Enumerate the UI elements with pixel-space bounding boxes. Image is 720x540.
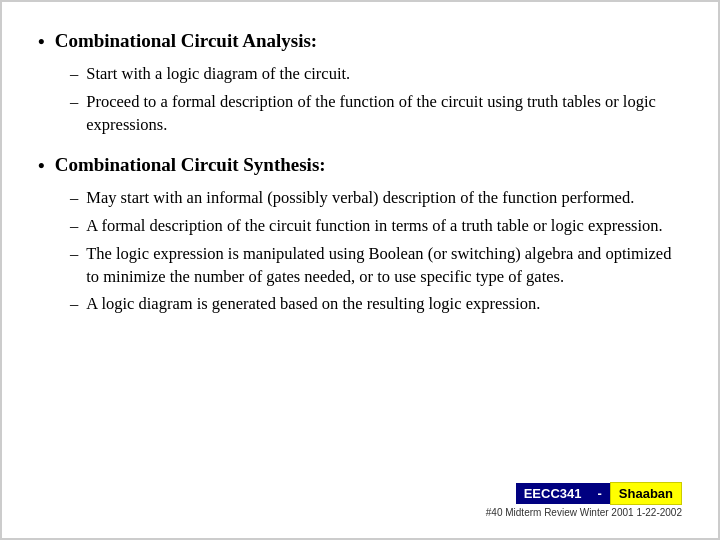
bullet-main-analysis: • Combinational Circuit Analysis:: [38, 30, 682, 53]
sub-bullet-synthesis-2: – A formal description of the circuit fu…: [70, 215, 682, 238]
sub-dash-4: –: [70, 215, 78, 238]
sub-bullet-synthesis-1: – May start with an informal (possibly v…: [70, 187, 682, 210]
sub-text-synthesis-1: May start with an informal (possibly ver…: [86, 187, 634, 210]
sub-dash-2: –: [70, 91, 78, 114]
sub-text-synthesis-4: A logic diagram is generated based on th…: [86, 293, 540, 316]
footer-badge-group: EECC341 - Shaaban: [516, 482, 682, 505]
content-area: • Combinational Circuit Analysis: – Star…: [38, 30, 682, 472]
section-synthesis: • Combinational Circuit Synthesis: – May…: [38, 154, 682, 316]
bullet-dot-1: •: [38, 31, 45, 53]
section-analysis: • Combinational Circuit Analysis: – Star…: [38, 30, 682, 136]
sub-bullet-analysis-2: – Proceed to a formal description of the…: [70, 91, 682, 137]
sub-dash-5: –: [70, 243, 78, 266]
footer-right: EECC341 - Shaaban #40 Midterm Review Win…: [486, 482, 682, 518]
sub-bullets-analysis: – Start with a logic diagram of the circ…: [38, 63, 682, 136]
sub-bullets-synthesis: – May start with an informal (possibly v…: [38, 187, 682, 316]
sub-dash-3: –: [70, 187, 78, 210]
sub-text-synthesis-3: The logic expression is manipulated usin…: [86, 243, 682, 289]
bullet-main-text-synthesis: Combinational Circuit Synthesis:: [55, 154, 326, 176]
sub-text-analysis-2: Proceed to a formal description of the f…: [86, 91, 682, 137]
footer-badge-separator: -: [589, 483, 609, 504]
slide-container: • Combinational Circuit Analysis: – Star…: [0, 0, 720, 540]
bullet-main-text-analysis: Combinational Circuit Analysis:: [55, 30, 318, 52]
sub-bullet-synthesis-4: – A logic diagram is generated based on …: [70, 293, 682, 316]
footer-caption: #40 Midterm Review Winter 2001 1-22-2002: [486, 507, 682, 518]
sub-text-synthesis-2: A formal description of the circuit func…: [86, 215, 662, 238]
sub-bullet-synthesis-3: – The logic expression is manipulated us…: [70, 243, 682, 289]
sub-dash-6: –: [70, 293, 78, 316]
footer-bar: EECC341 - Shaaban #40 Midterm Review Win…: [38, 482, 682, 518]
bullet-dot-2: •: [38, 155, 45, 177]
sub-bullet-analysis-1: – Start with a logic diagram of the circ…: [70, 63, 682, 86]
footer-badge-yellow: Shaaban: [610, 482, 682, 505]
sub-text-analysis-1: Start with a logic diagram of the circui…: [86, 63, 350, 86]
footer-badge-blue: EECC341: [516, 483, 590, 504]
bullet-main-synthesis: • Combinational Circuit Synthesis:: [38, 154, 682, 177]
sub-dash-1: –: [70, 63, 78, 86]
